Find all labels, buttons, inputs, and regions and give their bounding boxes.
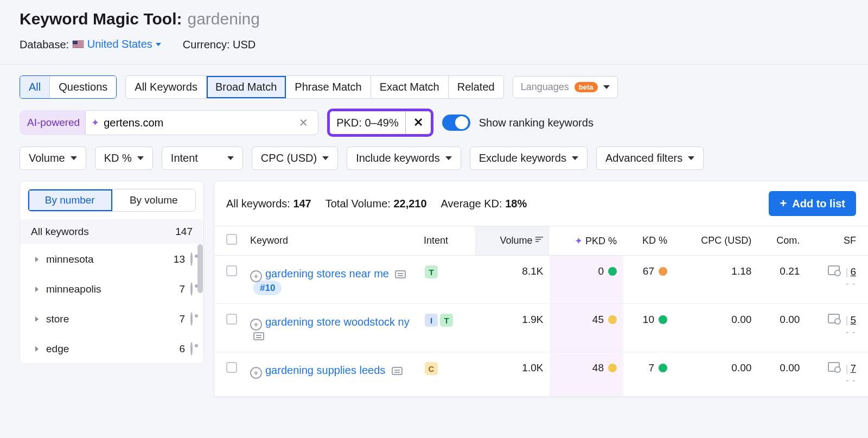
cell-sf[interactable]: |6- - xyxy=(806,256,868,304)
tab-phrase-match[interactable]: Phrase Match xyxy=(286,76,371,98)
row-checkbox[interactable] xyxy=(226,362,237,373)
tab-related[interactable]: Related xyxy=(449,76,503,98)
cell-volume: 8.1K xyxy=(475,256,550,304)
show-ranking-toggle[interactable] xyxy=(442,115,470,131)
eye-icon[interactable] xyxy=(190,252,193,266)
pkd-filter-remove[interactable]: ✕ xyxy=(406,111,431,134)
tab-exact-match[interactable]: Exact Match xyxy=(371,76,449,98)
col-pkd[interactable]: ✦ PKD % xyxy=(550,226,623,256)
serp-icon[interactable] xyxy=(392,367,403,375)
cell-cpc: 0.00 xyxy=(674,352,758,397)
difficulty-dot xyxy=(659,267,667,276)
chevron-down-icon xyxy=(137,156,144,160)
filter-exclude[interactable]: Exclude keywords xyxy=(470,147,588,170)
eye-icon[interactable] xyxy=(190,342,193,356)
filter-intent[interactable]: Intent xyxy=(162,147,243,170)
cell-sf[interactable]: |5- - xyxy=(806,304,868,352)
sidebar-all-keywords[interactable]: All keywords 147 xyxy=(20,219,203,244)
filter-kd[interactable]: KD % xyxy=(95,147,153,170)
difficulty-dot xyxy=(608,267,617,276)
sidebar-item[interactable]: edge6 xyxy=(20,334,203,364)
tab-group-match: All Keywords Broad Match Phrase Match Ex… xyxy=(125,75,503,99)
keyword-link[interactable]: gardening supplies leeds xyxy=(265,364,385,376)
col-kd[interactable]: KD % xyxy=(623,226,674,256)
domain-input-wrap: ✦ ✕ xyxy=(85,110,318,135)
cell-cpc: 0.00 xyxy=(674,304,758,352)
beta-badge: beta xyxy=(575,82,598,92)
keyword-link[interactable]: gardening store woodstock ny xyxy=(265,316,410,328)
cell-pkd: 45 xyxy=(550,304,623,352)
col-volume[interactable]: Volume xyxy=(475,226,550,256)
languages-selector[interactable]: Languages beta xyxy=(513,76,618,98)
sidebar-item-count: 7 xyxy=(179,283,185,295)
languages-label: Languages xyxy=(521,81,569,93)
cell-kd: 10 xyxy=(623,304,674,352)
eye-icon[interactable] xyxy=(190,282,193,296)
chevron-down-icon xyxy=(572,156,578,160)
database-value: United States xyxy=(87,38,152,50)
sidebar-scrollbar[interactable] xyxy=(197,244,203,364)
currency-value: USD xyxy=(233,39,256,50)
expand-keyword-button[interactable]: + xyxy=(250,319,262,331)
database-selector[interactable]: United States xyxy=(72,38,161,50)
add-to-list-button[interactable]: + Add to list xyxy=(769,191,856,216)
col-sf[interactable]: SF xyxy=(806,226,868,256)
cell-sf[interactable]: |7- - xyxy=(806,352,868,397)
eye-icon[interactable] xyxy=(190,312,193,326)
col-com[interactable]: Com. xyxy=(758,226,806,256)
row-checkbox[interactable] xyxy=(226,314,237,325)
difficulty-dot xyxy=(659,364,667,372)
filter-cpc[interactable]: CPC (USD) xyxy=(252,147,338,170)
sidebar-item[interactable]: minneapolis7 xyxy=(20,274,203,304)
sidebar-tab-by-number[interactable]: By number xyxy=(28,189,112,211)
tab-all[interactable]: All xyxy=(20,76,50,98)
row-checkbox[interactable] xyxy=(226,265,237,276)
us-flag-icon xyxy=(72,40,84,48)
sidebar-item[interactable]: store7 xyxy=(20,304,203,334)
intent-badge: T xyxy=(425,265,438,278)
tab-questions[interactable]: Questions xyxy=(50,76,116,98)
sidebar-item-label: store xyxy=(46,313,69,325)
chevron-right-icon xyxy=(35,257,39,262)
expand-keyword-button[interactable]: + xyxy=(250,367,262,379)
select-all-checkbox[interactable] xyxy=(226,234,237,245)
intent-badge: T xyxy=(440,314,453,327)
pkd-filter-label[interactable]: PKD: 0–49% xyxy=(330,111,406,134)
sidebar-item-label: minneapolis xyxy=(46,283,101,295)
sidebar-allkw-label: All keywords xyxy=(31,226,89,238)
sidebar-item[interactable]: minnesota13 xyxy=(20,244,203,274)
chevron-down-icon xyxy=(71,156,77,160)
serp-features-icon xyxy=(828,314,840,323)
clear-domain-button[interactable]: ✕ xyxy=(295,114,312,131)
pkd-filter-chip: PKD: 0–49% ✕ xyxy=(327,109,433,137)
cell-kd: 7 xyxy=(623,352,674,397)
filter-advanced[interactable]: Advanced filters xyxy=(596,147,704,170)
chevron-down-icon xyxy=(156,43,161,46)
sidebar-item-count: 7 xyxy=(179,313,185,325)
col-intent[interactable]: Intent xyxy=(417,226,475,256)
tab-all-keywords[interactable]: All Keywords xyxy=(126,76,207,98)
cell-volume: 1.9K xyxy=(475,304,550,352)
serp-icon[interactable] xyxy=(395,270,406,278)
cell-pkd: 48 xyxy=(550,352,623,397)
col-cpc[interactable]: CPC (USD) xyxy=(674,226,758,256)
chevron-down-icon xyxy=(603,85,610,89)
sidebar-allkw-count: 147 xyxy=(175,226,193,238)
serp-features-icon xyxy=(828,362,840,372)
filter-include[interactable]: Include keywords xyxy=(347,147,461,170)
tab-broad-match[interactable]: Broad Match xyxy=(207,76,286,98)
col-keyword[interactable]: Keyword xyxy=(244,226,417,256)
chevron-down-icon xyxy=(227,156,234,160)
summary-kd-value: 18% xyxy=(505,198,527,210)
expand-keyword-button[interactable]: + xyxy=(250,270,262,282)
chevron-right-icon xyxy=(35,346,39,352)
keyword-link[interactable]: gardening stores near me xyxy=(265,268,389,280)
chevron-right-icon xyxy=(35,287,39,292)
cell-com: 0.21 xyxy=(758,256,806,304)
keyword-groups-sidebar: By number By volume All keywords 147 min… xyxy=(20,181,204,364)
serp-icon[interactable] xyxy=(253,332,264,340)
domain-input[interactable] xyxy=(104,117,290,129)
filter-volume[interactable]: Volume xyxy=(20,147,86,170)
sidebar-tab-by-volume[interactable]: By volume xyxy=(112,189,196,211)
difficulty-dot xyxy=(608,364,617,372)
